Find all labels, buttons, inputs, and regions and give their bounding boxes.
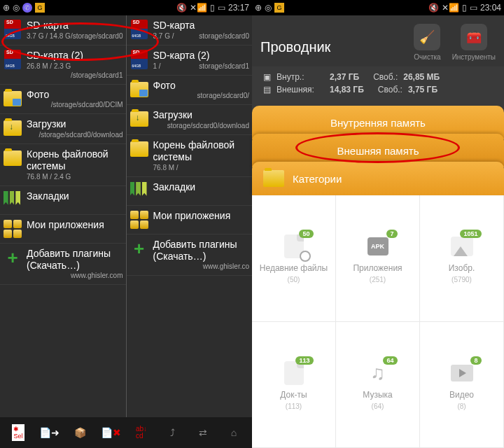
copy-button[interactable]: 📄➜ xyxy=(38,421,60,444)
list-item[interactable]: Загрузки/storage/sdcard0/download xyxy=(0,114,126,144)
sd-icon xyxy=(3,50,22,69)
category-cell[interactable]: 1051Изобр.(5790) xyxy=(420,195,504,322)
count-badge: 50 xyxy=(299,230,313,238)
select-button[interactable]: ✱Sel xyxy=(7,421,29,444)
category-label: Изобр. xyxy=(449,263,475,273)
wifi-icon: ✕📶 xyxy=(442,3,459,13)
category-label: Недавние файлы xyxy=(260,263,328,273)
category-grid: 50Недавние файлы(50)APK7Приложения(251)1… xyxy=(252,195,504,448)
storage-internal-icon: ▣ xyxy=(263,72,271,82)
item-title: Корень файловой системы xyxy=(153,139,250,163)
category-label: Приложения xyxy=(353,263,402,273)
clock: 23:17 xyxy=(228,3,249,13)
folder-photo-icon xyxy=(130,80,149,99)
category-cell[interactable]: APK7Приложения(251) xyxy=(336,195,420,322)
item-title: Мои приложения xyxy=(153,210,250,222)
list-item[interactable]: SD-карта3.7 G / 14.8 G/storage/sdcard0 xyxy=(0,15,126,46)
item-title: Фото xyxy=(153,80,250,92)
target-icon: ◎ xyxy=(13,3,20,13)
category-icon: 1051 xyxy=(448,232,476,260)
count-badge: 64 xyxy=(383,356,397,365)
internal-free-label: Своб.: xyxy=(373,72,398,82)
tools-label: Инструменты xyxy=(452,53,496,61)
item-title: Загрузки xyxy=(27,118,123,130)
category-cell[interactable]: 50Недавние файлы(50) xyxy=(252,195,336,322)
list-item[interactable]: Закладки xyxy=(127,177,253,206)
plus-icon: + xyxy=(3,248,22,267)
item-title: Загрузки xyxy=(153,109,250,121)
item-subtitle: 26.8 M / 2.3 G/storage/sdcard1 xyxy=(27,62,123,71)
category-icon: 113 xyxy=(280,359,308,387)
apps-icon xyxy=(130,210,149,230)
item-title: SD-карта (2) xyxy=(27,50,123,62)
history-button[interactable]: ⤴ xyxy=(161,421,183,444)
mute-icon: 🔇 xyxy=(176,3,187,13)
plus-icon: ⊕ xyxy=(3,3,10,13)
phone-left: ⊕ ◎ ✆ G 🔇 ✕📶 ▯ ▭ 23:17 SD-карта3.7 G / 1… xyxy=(0,0,252,448)
count-badge: 8 xyxy=(470,356,481,365)
category-label: Видео xyxy=(449,390,474,400)
apps-icon xyxy=(3,219,22,239)
list-item[interactable]: +Добавить плагины (Скачать…)www.ghisler.… xyxy=(0,244,126,286)
external-label: Внешняя: xyxy=(276,85,324,94)
pane-right: SD-карта3.7 G /storage/sdcard0SD-карта (… xyxy=(127,15,253,417)
category-count: (8) xyxy=(457,402,465,410)
count-badge: 113 xyxy=(295,356,313,365)
internal-total: 2,37 ГБ xyxy=(330,72,359,82)
category-icon: 50 xyxy=(280,232,308,260)
internal-label: Внутр.: xyxy=(276,72,324,82)
category-cell[interactable]: 8Видео(8) xyxy=(420,322,504,449)
list-item[interactable]: Загрузкиstorage/sdcard0/download xyxy=(127,105,253,135)
category-count: (64) xyxy=(372,402,384,410)
folder-icon xyxy=(3,148,22,168)
viber-icon: ✆ xyxy=(22,3,32,13)
folder-icon xyxy=(263,170,284,187)
bookmark-icon xyxy=(3,190,22,210)
status-bar-left: ⊕ ◎ ✆ G 🔇 ✕📶 ▯ ▭ 23:17 xyxy=(0,0,252,15)
external-total: 14,83 ГБ xyxy=(330,85,364,94)
clean-label: Очистка xyxy=(414,53,440,61)
list-item[interactable]: Фото/storage/sdcard0/DCIM xyxy=(0,85,126,115)
archive-button[interactable]: 📦 xyxy=(69,421,91,444)
wifi-icon: ✕📶 xyxy=(190,3,207,13)
sd-icon xyxy=(130,50,149,69)
list-item[interactable]: Корень файловой системы76.8 M / 2.4 G xyxy=(0,144,126,186)
category-count: (113) xyxy=(286,402,302,410)
tools-button[interactable]: 🧰 Инструменты xyxy=(452,24,496,61)
item-title: Корень файловой системы xyxy=(27,148,123,172)
item-title: Закладки xyxy=(153,181,250,193)
list-item[interactable]: SD-карта (2)1 /storage/sdcard1 xyxy=(127,46,253,76)
item-title: SD-карта (2) xyxy=(153,50,250,62)
clock: 23:04 xyxy=(480,3,501,13)
sort-button[interactable]: ab↓cd xyxy=(130,421,153,444)
list-item[interactable]: Мои приложения xyxy=(0,215,126,244)
sim-icon: ▯ xyxy=(210,3,215,13)
item-subtitle: 1 /storage/sdcard1 xyxy=(153,62,250,71)
count-badge: 1051 xyxy=(460,230,481,238)
clean-button[interactable]: 🧹 Очистка xyxy=(414,24,440,61)
delete-button[interactable]: 📄✖ xyxy=(99,421,122,444)
list-item[interactable]: Корень файловой системы76.8 M / xyxy=(127,135,253,177)
tab-categories[interactable]: Категории xyxy=(252,162,504,195)
category-cell[interactable]: 113Док-ты(113) xyxy=(252,322,336,449)
list-item[interactable]: Закладки xyxy=(0,186,126,215)
category-cell[interactable]: ♫64Музыка(64) xyxy=(336,322,420,449)
count-badge: 7 xyxy=(386,230,397,238)
internal-free: 26,85 МБ xyxy=(403,72,440,82)
item-subtitle: 76.8 M / xyxy=(153,163,250,172)
list-item[interactable]: SD-карта (2)26.8 M / 2.3 G/storage/sdcar… xyxy=(0,46,126,85)
category-count: (251) xyxy=(370,276,386,284)
list-item[interactable]: Мои приложения xyxy=(127,206,253,234)
mute-icon: 🔇 xyxy=(428,3,439,13)
categories-label: Категории xyxy=(293,173,342,185)
category-count: (50) xyxy=(288,276,300,284)
list-item[interactable]: Фотоstorage/sdcard0/ xyxy=(127,76,253,106)
category-count: (5790) xyxy=(451,276,472,284)
item-title: Добавить плагины (Скачать…) xyxy=(153,239,250,262)
item-title: SD-карта xyxy=(27,20,123,31)
home-button[interactable]: ⌂ xyxy=(223,421,245,444)
list-item[interactable]: +Добавить плагины (Скачать…)www.ghisler.… xyxy=(127,234,253,276)
swap-button[interactable]: ⇄ xyxy=(192,421,214,444)
storage-tabs: Внутренняя память Внешняя память Категор… xyxy=(252,106,504,195)
list-item[interactable]: SD-карта3.7 G /storage/sdcard0 xyxy=(127,15,253,46)
